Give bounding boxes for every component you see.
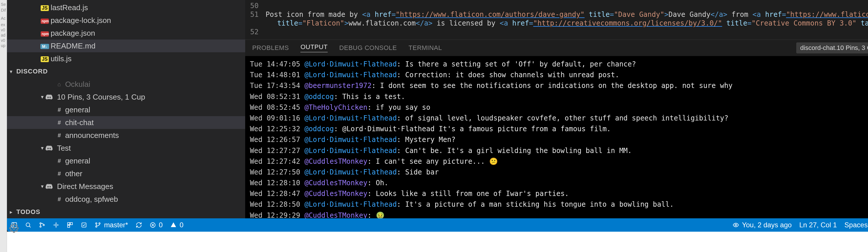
discord-channel[interactable]: #chit-chat — [7, 116, 245, 129]
tab-debug-console[interactable]: DEBUG CONSOLE — [339, 44, 397, 52]
file-icon: npm — [39, 17, 51, 24]
editor[interactable]: 5051Post icon from made by <a href="http… — [245, 0, 868, 40]
discord-icon — [45, 94, 57, 100]
discord-channel[interactable]: #general — [7, 103, 245, 116]
svg-point-24 — [99, 223, 100, 224]
source-control-icon[interactable] — [39, 222, 45, 228]
git-branch-label: master* — [104, 221, 128, 229]
server-ghost: ⌂Ockulai — [7, 78, 245, 91]
status-bar: master* 0 0 You, 2 days ago Ln 27, Col 1… — [7, 218, 868, 232]
output-line: Wed 12:27:50 @Lord·Dimwuit·Flathead: Sid… — [250, 167, 868, 178]
file-icon: JS — [39, 56, 51, 62]
hash-icon: # — [54, 106, 65, 113]
search-icon[interactable] — [25, 222, 31, 228]
file-item[interactable]: npmpackage-lock.json — [7, 14, 245, 27]
output-line: Wed 09:01:16 @Lord·Dimwuit·Flathead: of … — [250, 113, 868, 124]
chevron-down-icon: ▾ — [39, 145, 45, 151]
output-line: Wed 12:26:57 @Lord·Dimwuit·Flathead: Mys… — [250, 134, 868, 145]
svg-point-28 — [735, 224, 737, 226]
channel-label: oddcog, spfweb — [65, 195, 245, 204]
output-line: Wed 12:28:47 @CuddlesTMonkey: Looks like… — [250, 188, 868, 199]
page-background — [7, 232, 868, 252]
chevron-down-icon: ▾ — [10, 69, 16, 74]
output-body[interactable]: Tue 14:47:05 @Lord·Dimwuit·Flathead: Is … — [245, 56, 868, 218]
output-line: Wed 12:27:27 @Lord·Dimwuit·Flathead: Can… — [250, 146, 868, 156]
file-icon: JS — [39, 4, 51, 11]
warnings-count[interactable]: 0 — [170, 221, 183, 229]
svg-rect-20 — [68, 225, 70, 227]
file-item[interactable]: JSlastRead.js — [7, 1, 245, 14]
debug-icon[interactable] — [53, 222, 59, 228]
svg-point-0 — [13, 227, 15, 229]
tab-problems[interactable]: PROBLEMS — [252, 44, 289, 52]
file-label: package.json — [51, 29, 245, 38]
server-label: Direct Messages — [57, 182, 245, 191]
indentation[interactable]: Spaces: 4 — [844, 221, 868, 229]
output-line: Wed 08:52:45 @TheHolyChicken: if you say… — [250, 102, 868, 113]
section-discord[interactable]: ▾DISCORD — [7, 65, 245, 78]
server-label: Test — [57, 144, 245, 153]
svg-rect-21 — [82, 223, 86, 227]
file-icon: M↓ — [39, 43, 51, 49]
svg-point-10 — [40, 223, 41, 224]
output-line: Tue 17:43:54 @beermunster1972: I dont se… — [250, 81, 868, 91]
discord-channel[interactable]: #general — [7, 154, 245, 167]
section-title: TODOS — [16, 208, 40, 216]
output-line: Tue 14:47:05 @Lord·Dimwuit·Flathead: Is … — [250, 59, 868, 70]
svg-point-13 — [55, 224, 57, 226]
svg-point-23 — [96, 226, 97, 227]
svg-line-9 — [29, 226, 31, 227]
channel-label: chit-chat — [65, 118, 245, 127]
channel-label: other — [65, 169, 245, 178]
output-line: Wed 08:52:31 @oddcog: This is a test. — [250, 91, 868, 102]
task-icon[interactable] — [81, 222, 87, 228]
file-item[interactable]: JSutils.js — [7, 52, 245, 65]
output-line: Wed 12:28:10 @CuddlesTMonkey: Oh. — [250, 178, 868, 188]
svg-rect-19 — [70, 223, 72, 225]
sidebar: JSlastRead.jsnpmpackage-lock.jsonnpmpack… — [7, 0, 245, 218]
svg-point-11 — [40, 226, 41, 227]
channel-label: announcements — [65, 131, 245, 140]
server-label: 10 Pins, 3 Courses, 1 Cup — [57, 93, 245, 102]
section-todos[interactable]: ▸TODOS — [7, 206, 245, 218]
svg-rect-18 — [68, 223, 70, 225]
discord-channel[interactable]: #other — [7, 167, 245, 180]
panel: PROBLEMS OUTPUT DEBUG CONSOLE TERMINAL d… — [245, 40, 868, 218]
discord-icon — [45, 184, 57, 189]
svg-point-8 — [26, 223, 30, 227]
sync-icon[interactable] — [136, 222, 142, 228]
hash-icon: # — [54, 132, 65, 139]
discord-channel[interactable]: #announcements — [7, 129, 245, 142]
git-branch[interactable]: master* — [95, 221, 128, 229]
file-icon: npm — [39, 30, 51, 37]
output-line: Wed 12:27:42 @CuddlesTMonkey: I can't se… — [250, 156, 868, 167]
hash-icon: # — [54, 170, 65, 177]
file-item[interactable]: M↓README.md — [7, 39, 245, 52]
output-line: Wed 12:25:32 @oddcog: @Lord·Dimwuit·Flat… — [250, 124, 868, 134]
errors-count[interactable]: 0 — [150, 221, 163, 229]
tab-terminal[interactable]: TERMINAL — [408, 44, 442, 52]
output-line: Wed 12:28:50 @Lord·Dimwuit·Flathead: It'… — [250, 199, 868, 210]
hash-icon: # — [54, 119, 65, 126]
discord-icon: ⌂ — [54, 81, 65, 88]
hash-icon: # — [54, 158, 65, 164]
tab-output[interactable]: OUTPUT — [300, 43, 328, 52]
file-label: README.md — [51, 41, 245, 51]
file-item[interactable]: npmpackage.json — [7, 27, 245, 39]
gitlens-blame[interactable]: You, 2 days ago — [733, 221, 792, 229]
section-title: DISCORD — [16, 68, 48, 75]
chevron-right-icon: ▸ — [10, 209, 16, 215]
discord-server[interactable]: ▾Direct Messages — [7, 180, 245, 193]
discord-server[interactable]: ▾Test — [7, 142, 245, 154]
channel-label: general — [65, 105, 245, 115]
discord-icon — [45, 145, 57, 151]
file-label: package-lock.json — [51, 16, 245, 25]
output-channel-select[interactable]: discord-chat.10 Pins, 3 Co ⇅ — [796, 42, 868, 54]
extensions-icon[interactable] — [67, 222, 73, 228]
discord-server[interactable]: ▾10 Pins, 3 Courses, 1 Cup — [7, 91, 245, 103]
hash-icon: # — [54, 196, 65, 203]
output-line: Tue 14:48:01 @Lord·Dimwuit·Flathead: Cor… — [250, 70, 868, 81]
cursor-position[interactable]: Ln 27, Col 1 — [799, 221, 837, 229]
gear-icon[interactable] — [9, 224, 19, 233]
discord-channel[interactable]: #oddcog, spfweb — [7, 193, 245, 206]
